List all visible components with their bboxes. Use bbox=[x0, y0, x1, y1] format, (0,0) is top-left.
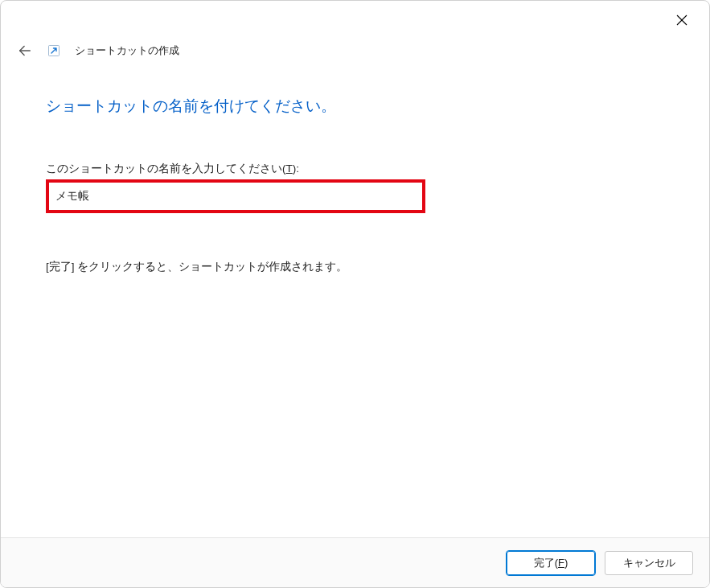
cancel-button[interactable]: キャンセル bbox=[605, 551, 693, 575]
dialog-title: ショートカットの作成 bbox=[75, 43, 179, 58]
close-button[interactable] bbox=[666, 7, 698, 33]
close-icon bbox=[676, 14, 687, 26]
header-row: ショートカットの作成 bbox=[1, 33, 709, 64]
input-label: このショートカットの名前を入力してください(T): bbox=[46, 162, 664, 176]
shortcut-name-input[interactable] bbox=[52, 185, 419, 208]
back-arrow-icon bbox=[18, 43, 32, 58]
shortcut-icon bbox=[47, 44, 60, 57]
finish-button[interactable]: 完了(F) bbox=[507, 551, 595, 575]
back-button[interactable] bbox=[17, 43, 33, 59]
instruction-text: [完了] をクリックすると、ショートカットが作成されます。 bbox=[46, 260, 664, 274]
content-area: ショートカットの名前を付けてください。 このショートカットの名前を入力してくださ… bbox=[1, 64, 709, 274]
titlebar bbox=[1, 1, 709, 33]
footer: 完了(F) キャンセル bbox=[1, 537, 709, 587]
page-heading: ショートカットの名前を付けてください。 bbox=[46, 96, 664, 117]
name-input-highlight bbox=[46, 179, 425, 213]
